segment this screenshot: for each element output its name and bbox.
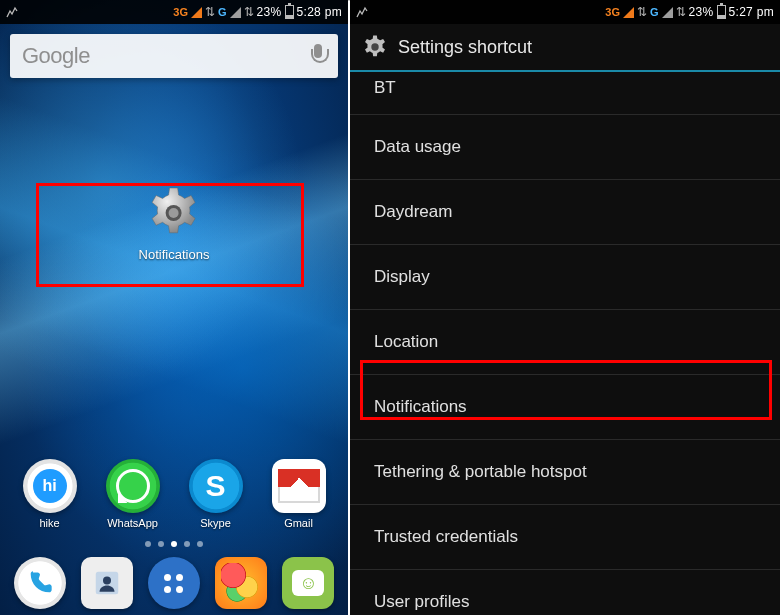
network-activity-icon <box>356 6 368 18</box>
shortcut-label: Notifications <box>139 247 210 262</box>
sms-icon: ☺ <box>292 570 324 596</box>
settings-item-notifications[interactable]: Notifications <box>350 375 780 440</box>
hike-icon: hi <box>23 459 77 513</box>
data-arrows-icon: ⇅ <box>244 5 254 19</box>
gmail-icon <box>272 459 326 513</box>
battery-icon <box>285 5 294 19</box>
settings-item-trusted[interactable]: Trusted credentials <box>350 505 780 570</box>
search-bar[interactable]: Google <box>10 34 338 78</box>
settings-item-data-usage[interactable]: Data usage <box>350 115 780 180</box>
settings-item-tethering[interactable]: Tethering & portable hotspot <box>350 440 780 505</box>
svg-point-4 <box>371 43 378 50</box>
mic-icon[interactable] <box>310 44 326 68</box>
clock-label: 5:28 pm <box>297 5 342 19</box>
messages-app[interactable]: ☺ <box>282 557 334 609</box>
app-whatsapp[interactable]: WhatsApp <box>97 459 169 529</box>
apps-grid-icon <box>164 574 183 593</box>
status-bar: 3G ⇅ G ⇅ 23% 5:28 pm <box>0 0 348 24</box>
signal-icon <box>623 7 634 18</box>
battery-percent: 23% <box>257 5 282 19</box>
signal-icon <box>191 7 202 18</box>
app-gmail[interactable]: Gmail <box>263 459 335 529</box>
app-drawer-button[interactable] <box>148 557 200 609</box>
app-label: hike <box>14 517 86 529</box>
phone-icon <box>26 569 54 597</box>
app-label: WhatsApp <box>97 517 169 529</box>
settings-item-display[interactable]: Display <box>350 245 780 310</box>
settings-title: Settings shortcut <box>398 37 532 58</box>
app-label: Skype <box>180 517 252 529</box>
network-activity-icon <box>6 6 18 18</box>
phone-app[interactable] <box>14 557 66 609</box>
google-logo: Google <box>22 43 90 69</box>
skype-icon: S <box>189 459 243 513</box>
svg-point-1 <box>169 208 179 218</box>
settings-item-daydream[interactable]: Daydream <box>350 180 780 245</box>
favorites-tray: ☺ <box>0 551 348 615</box>
network-3g-label: 3G <box>173 6 188 18</box>
app-label: Gmail <box>263 517 335 529</box>
signal-icon <box>662 7 673 18</box>
page-indicator <box>0 541 348 547</box>
home-screen: 3G ⇅ G ⇅ 23% 5:28 pm Google <box>0 0 348 615</box>
settings-list[interactable]: BT Data usage Daydream Display Location … <box>350 72 780 615</box>
notifications-shortcut[interactable]: Notifications <box>139 185 210 262</box>
battery-percent: 23% <box>689 5 714 19</box>
data-arrows-icon: ⇅ <box>205 5 215 19</box>
settings-item-location[interactable]: Location <box>350 310 780 375</box>
clock-label: 5:27 pm <box>729 5 774 19</box>
network-g-label: G <box>650 6 659 18</box>
network-3g-label: 3G <box>605 6 620 18</box>
svg-point-3 <box>103 577 111 585</box>
data-arrows-icon: ⇅ <box>676 5 686 19</box>
candy-crush-app[interactable] <box>215 557 267 609</box>
whatsapp-icon <box>106 459 160 513</box>
gear-icon <box>146 185 202 241</box>
app-hike[interactable]: hi hike <box>14 459 86 529</box>
signal-icon <box>230 7 241 18</box>
data-arrows-icon: ⇅ <box>637 5 647 19</box>
settings-item-bt[interactable]: BT <box>350 72 780 115</box>
settings-shortcut-screen: 3G ⇅ G ⇅ 23% 5:27 pm Settings shortcut B… <box>350 0 780 615</box>
settings-header: Settings shortcut <box>350 24 780 72</box>
status-bar: 3G ⇅ G ⇅ 23% 5:27 pm <box>350 0 780 24</box>
gear-icon <box>362 34 388 60</box>
contacts-icon <box>92 568 122 598</box>
contacts-app[interactable] <box>81 557 133 609</box>
network-g-label: G <box>218 6 227 18</box>
battery-icon <box>717 5 726 19</box>
app-dock: hi hike WhatsApp S Skype Gmail <box>0 459 348 529</box>
settings-item-user-profiles[interactable]: User profiles <box>350 570 780 615</box>
app-skype[interactable]: S Skype <box>180 459 252 529</box>
